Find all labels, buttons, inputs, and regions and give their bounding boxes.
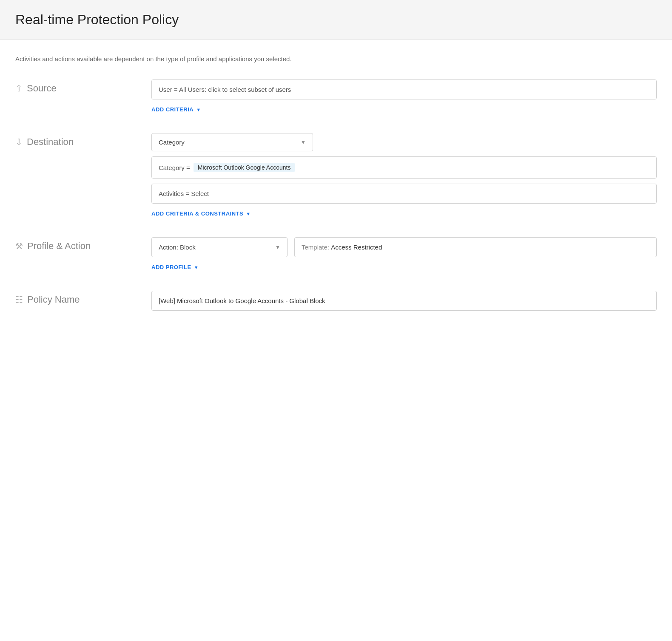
profile-action-row: Action: Block ▼ Template: Access Restric… [151, 237, 657, 257]
policy-name-label: ☷ Policy Name [15, 291, 151, 305]
page-description: Activities and actions available are dep… [15, 55, 657, 62]
page-header: Real-time Protection Policy [0, 0, 672, 40]
policy-name-field[interactable]: [Web] Microsoft Outlook to Google Accoun… [151, 291, 657, 311]
category-dropdown-arrow-icon: ▼ [301, 139, 306, 145]
upload-icon: ⇧ [15, 83, 23, 94]
policy-name-section: ☷ Policy Name [Web] Microsoft Outlook to… [15, 291, 657, 311]
destination-add-criteria-arrow-icon: ▼ [246, 211, 251, 216]
template-field[interactable]: Template: Access Restricted [294, 237, 657, 257]
add-profile-button[interactable]: ADD PROFILE ▼ [151, 264, 657, 270]
policy-name-body: [Web] Microsoft Outlook to Google Accoun… [151, 291, 657, 311]
add-profile-arrow-icon: ▼ [194, 265, 199, 270]
source-label: ⇧ Source [15, 79, 151, 94]
category-tag: Microsoft Outlook Google Accounts [194, 163, 295, 172]
destination-label: ⇩ Destination [15, 133, 151, 147]
source-add-criteria-button[interactable]: ADD CRITERIA ▼ [151, 106, 657, 113]
source-body: User = All Users: click to select subset… [151, 79, 657, 113]
profile-action-label: ⚒ Profile & Action [15, 237, 151, 252]
profile-action-section: ⚒ Profile & Action Action: Block ▼ Templ… [15, 237, 657, 270]
profile-icon: ⚒ [15, 241, 23, 251]
profile-action-body: Action: Block ▼ Template: Access Restric… [151, 237, 657, 270]
source-add-criteria-arrow-icon: ▼ [196, 107, 201, 112]
page-title: Real-time Protection Policy [15, 12, 657, 28]
destination-add-criteria-constraints-button[interactable]: ADD CRITERIA & CONSTRAINTS ▼ [151, 210, 657, 217]
destination-section: ⇩ Destination Category ▼ Category = Micr… [15, 133, 657, 217]
source-user-field[interactable]: User = All Users: click to select subset… [151, 79, 657, 99]
action-dropdown-arrow-icon: ▼ [275, 244, 280, 250]
page-content: Activities and actions available are dep… [0, 40, 672, 346]
action-block-dropdown[interactable]: Action: Block ▼ [151, 237, 288, 257]
destination-category-dropdown[interactable]: Category ▼ [151, 133, 313, 151]
source-section: ⇧ Source User = All Users: click to sele… [15, 79, 657, 113]
destination-category-value-row[interactable]: Category = Microsoft Outlook Google Acco… [151, 156, 657, 179]
download-icon: ⇩ [15, 137, 23, 147]
document-icon: ☷ [15, 295, 23, 305]
destination-activities-field[interactable]: Activities = Select [151, 184, 657, 204]
destination-body: Category ▼ Category = Microsoft Outlook … [151, 133, 657, 217]
